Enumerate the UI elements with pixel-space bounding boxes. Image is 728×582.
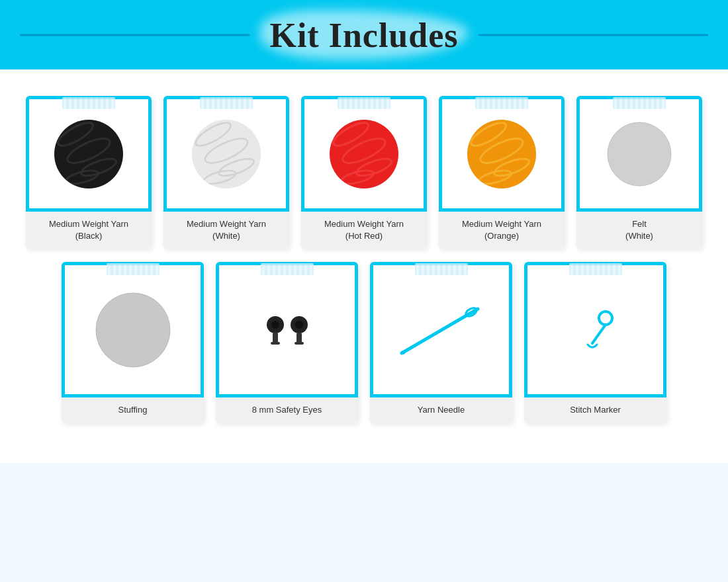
items-row-1: Medium Weight Yarn (Black): [20, 96, 708, 249]
svg-point-39: [599, 312, 612, 325]
svg-point-29: [271, 321, 279, 329]
svg-point-7: [192, 120, 261, 188]
label-line1: Stitch Marker: [570, 405, 621, 415]
label-line2: (White): [625, 231, 653, 241]
item-stitch-marker: Stitch Marker: [524, 262, 666, 423]
svg-rect-30: [273, 333, 278, 343]
label-line2: (Hot Red): [345, 231, 383, 241]
item-yarn-red: Medium Weight Yarn (Hot Red): [301, 96, 427, 249]
tape-strip: [62, 97, 115, 109]
item-yarn-needle: Yarn Needle: [370, 262, 512, 423]
item-label-yarn-black: Medium Weight Yarn (Black): [26, 212, 152, 249]
label-line2: (Orange): [484, 231, 519, 241]
tape-strip: [475, 97, 528, 109]
svg-rect-31: [271, 342, 280, 345]
item-image-yarn-needle: [370, 262, 512, 397]
svg-point-26: [96, 293, 170, 367]
item-stuffing: Stuffing: [62, 262, 204, 423]
yarn-white-image: [167, 99, 286, 208]
item-label-yarn-needle: Yarn Needle: [370, 397, 512, 423]
item-felt-white: Felt (White): [576, 96, 702, 249]
label-line2: (White): [212, 231, 240, 241]
item-image-felt-white: [576, 96, 702, 212]
item-image-stitch-marker: [524, 262, 666, 397]
item-image-safety-eyes: [216, 262, 358, 397]
item-yarn-orange: Medium Weight Yarn (Orange): [439, 96, 565, 249]
svg-point-1: [54, 120, 123, 188]
main-content: Medium Weight Yarn (Black): [0, 69, 728, 463]
item-image-stuffing: [62, 262, 204, 397]
svg-point-19: [467, 120, 536, 188]
item-label-yarn-red: Medium Weight Yarn (Hot Red): [301, 212, 427, 249]
item-image-yarn-orange: [439, 96, 565, 212]
header-decoration: Kit Includes: [0, 15, 728, 54]
yarn-black-svg: [49, 114, 128, 194]
item-label-stitch-marker: Stitch Marker: [524, 397, 666, 423]
tape-strip: [338, 97, 390, 109]
yarn-black-image: [29, 99, 148, 208]
felt-white-image: [580, 99, 699, 208]
svg-rect-34: [296, 333, 302, 343]
item-label-safety-eyes: 8 mm Safety Eyes: [216, 397, 358, 423]
tape-strip: [200, 97, 253, 109]
safety-eyes-svg: [254, 297, 320, 363]
label-line1: 8 mm Safety Eyes: [252, 405, 322, 415]
item-label-stuffing: Stuffing: [62, 397, 204, 423]
label-line1: Yarn Needle: [418, 405, 465, 415]
stuffing-image: [65, 265, 201, 394]
yarn-orange-svg: [462, 114, 541, 194]
svg-point-13: [330, 120, 398, 188]
item-safety-eyes: 8 mm Safety Eyes: [216, 262, 358, 423]
label-line1: Felt: [632, 219, 647, 229]
felt-white-svg: [603, 118, 676, 190]
yarn-orange-image: [442, 99, 561, 208]
yarn-white-svg: [187, 114, 266, 194]
yarn-red-svg: [324, 114, 404, 194]
tape-strip: [261, 263, 314, 275]
page-title: Kit Includes: [269, 16, 458, 54]
label-line1: Medium Weight Yarn: [187, 219, 266, 229]
label-line1: Stuffing: [118, 405, 148, 415]
header-title-wrap: Kit Includes: [250, 15, 478, 54]
label-line2: (Black): [75, 231, 102, 241]
item-image-yarn-white: [163, 96, 289, 212]
item-image-yarn-red: [301, 96, 427, 212]
item-label-felt-white: Felt (White): [576, 212, 702, 249]
label-line1: Medium Weight Yarn: [324, 219, 404, 229]
tape-strip: [107, 263, 159, 275]
stitch-marker-image: [527, 265, 663, 394]
tape-strip: [569, 263, 622, 275]
stuffing-svg: [90, 287, 176, 373]
svg-point-38: [401, 351, 405, 354]
item-yarn-white: Medium Weight Yarn (White): [163, 96, 289, 249]
item-label-yarn-orange: Medium Weight Yarn (Orange): [439, 212, 565, 249]
yarn-red-image: [304, 99, 424, 208]
label-line1: Medium Weight Yarn: [462, 219, 541, 229]
item-label-yarn-white: Medium Weight Yarn (White): [163, 212, 289, 249]
tape-strip: [415, 263, 468, 275]
yarn-needle-image: [373, 265, 509, 394]
svg-point-33: [295, 321, 303, 329]
svg-rect-35: [295, 342, 304, 345]
yarn-needle-svg: [388, 297, 494, 363]
safety-eyes-image: [219, 265, 355, 394]
items-row-2: Stuffing: [20, 262, 708, 423]
header: Kit Includes: [0, 0, 728, 69]
item-image-yarn-black: [26, 96, 152, 212]
item-yarn-black: Medium Weight Yarn (Black): [26, 96, 152, 249]
tape-strip: [613, 97, 666, 109]
header-line-left: [20, 34, 250, 36]
header-line-right: [478, 34, 708, 36]
stitch-marker-svg: [569, 304, 622, 356]
svg-line-40: [592, 325, 606, 343]
label-line1: Medium Weight Yarn: [49, 219, 128, 229]
